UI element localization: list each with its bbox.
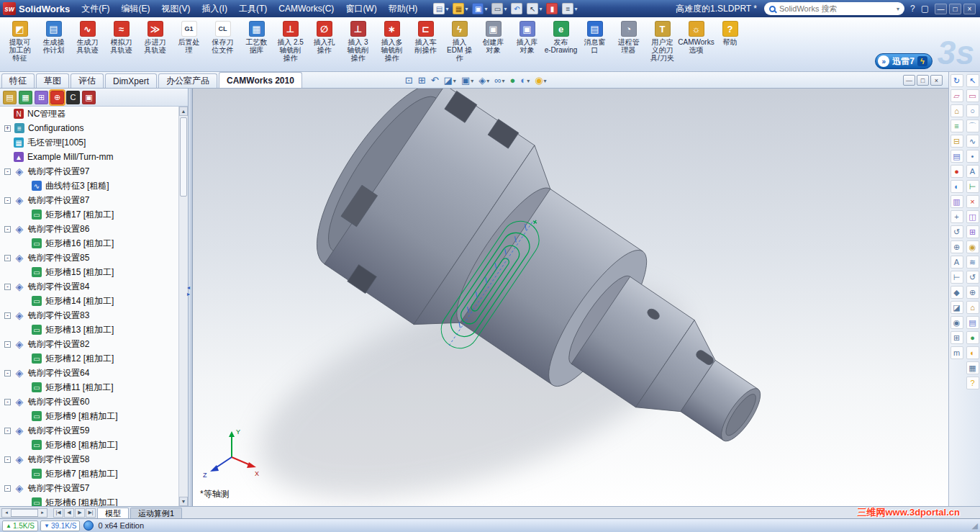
insert-library-object-button[interactable]: ▣插入库对象 — [510, 19, 544, 55]
tree-item[interactable]: ∿曲线特征3 [粗糙] — [0, 179, 178, 193]
fillet-icon[interactable]: ◉ — [966, 240, 979, 253]
model-tab-nav-button[interactable]: |◀ — [53, 508, 63, 518]
collapse-icon[interactable]: - — [4, 428, 11, 434]
collapse-icon[interactable]: - — [4, 456, 11, 463]
publish-edrawing-button[interactable]: e发布e-Drawing — [544, 19, 578, 55]
hide-show-items-dropdown-icon[interactable]: ▾ — [502, 78, 504, 84]
select-icon[interactable]: ↖ — [966, 74, 979, 87]
scene-icon[interactable]: ◐ — [950, 180, 963, 193]
new-document-button[interactable]: ▤▾ — [432, 2, 450, 15]
section-tool-icon[interactable]: ◪ — [950, 301, 963, 314]
collapse-icon[interactable]: - — [4, 197, 11, 204]
sketch-text-icon[interactable]: A — [966, 165, 979, 178]
fullscreen-icon[interactable]: ▢ — [921, 4, 929, 14]
tab-dimxpert[interactable]: DimXpert — [105, 73, 157, 88]
apply-scene-dropdown-icon[interactable]: ▾ — [527, 78, 530, 84]
view-settings-dropdown-icon[interactable]: ▾ — [544, 78, 547, 84]
menu-help[interactable]: 帮助(H) — [383, 1, 424, 17]
collapse-icon[interactable]: - — [4, 226, 11, 233]
mass-properties-icon[interactable]: ◆ — [950, 286, 963, 299]
resources-icon[interactable]: ⌂ — [966, 301, 979, 314]
view-orientation-dropdown-icon[interactable]: ▾ — [471, 78, 473, 84]
tree-item[interactable]: ▭矩形槽14 [粗加工] — [0, 294, 178, 308]
tab-model[interactable]: 模型 — [97, 508, 129, 518]
palette-icon[interactable]: ▤ — [966, 316, 979, 329]
hide-show-items-button[interactable]: ∞▾ — [492, 75, 507, 86]
tree-item[interactable]: ▲Example Mill/Turn-mm — [0, 150, 178, 164]
undo-button[interactable]: ↶ — [509, 2, 524, 15]
zoom-tool-icon[interactable]: ⊕ — [966, 286, 979, 299]
help-icon[interactable]: ? — [910, 4, 915, 14]
window-close-button[interactable]: × — [963, 4, 976, 14]
simulate-toolpath-button[interactable]: ≈模拟刀具轨迹 — [104, 19, 138, 55]
menu-edit[interactable]: 编辑(E) — [116, 1, 156, 17]
menu-window[interactable]: 窗口(W) — [340, 1, 382, 17]
camworks-operation-tree-tab-icon[interactable]: C — [66, 91, 80, 104]
property-manager-tab-icon[interactable]: ▦ — [19, 91, 32, 104]
menu-file[interactable]: 文件(F) — [76, 1, 115, 17]
hscroll-thumb[interactable] — [11, 509, 38, 517]
create-library-object-button[interactable]: ▣创建库对象 — [476, 19, 510, 55]
tree-item[interactable]: -◈铣削零件设置97 — [0, 164, 178, 179]
save-cl-file-button[interactable]: CL保存刀位文件 — [206, 19, 240, 55]
tree-item[interactable]: ▦毛坯管理[1005] — [0, 135, 178, 150]
annotation-icon[interactable]: A — [950, 256, 963, 269]
tree-item[interactable]: +≡Configurations — [0, 121, 178, 135]
zoom-icon[interactable]: ⊕ — [950, 240, 963, 253]
scroll-down-icon[interactable]: ▼ — [179, 497, 188, 506]
tree-item[interactable]: -◈铣削零件设置64 — [0, 366, 178, 380]
zoom-fit-button[interactable]: ⊡ — [403, 75, 415, 86]
display-pane-tab-icon[interactable]: ▣ — [82, 91, 96, 104]
search-input[interactable] — [779, 4, 897, 13]
tree-item[interactable]: ▭矩形槽13 [粗加工] — [0, 323, 178, 337]
grid-settings-icon[interactable]: ⊞ — [950, 331, 963, 344]
sketch-point-icon[interactable]: • — [966, 150, 979, 163]
message-window-button[interactable]: ▤消息窗口 — [578, 19, 612, 55]
tree-item[interactable]: ▭矩形槽12 [粗加工] — [0, 351, 178, 366]
camera-icon[interactable]: ◉ — [950, 316, 963, 329]
select-arrow-button[interactable]: ↖▾ — [525, 2, 543, 15]
new-document-dropdown-icon[interactable]: ▾ — [445, 6, 448, 12]
insert-edm-operation-button[interactable]: ϟ插入EDM 操作 — [443, 19, 476, 63]
offset-icon[interactable]: ≋ — [966, 256, 979, 269]
tree-item[interactable]: -◈铣削零件设置59 — [0, 423, 178, 438]
open-document-dropdown-icon[interactable]: ▾ — [465, 6, 468, 12]
design-library-icon[interactable]: ≡ — [950, 120, 963, 132]
tree-item[interactable]: -◈铣削零件设置87 — [0, 193, 178, 207]
custom-properties-icon[interactable]: ▥ — [950, 195, 963, 208]
tab-motion-study-1[interactable]: 运动算例1 — [130, 508, 182, 518]
insert-3-axis-mill-operation-button[interactable]: ⊥插入 3轴铣削操作 — [341, 19, 375, 63]
tree-item[interactable]: ▭矩形槽16 [粗加工] — [0, 236, 178, 251]
file-explorer-icon[interactable]: ⊟ — [950, 135, 963, 148]
expand-icon[interactable]: + — [4, 125, 11, 132]
toolbar-options-dropdown-icon[interactable]: ▾ — [574, 6, 577, 12]
pan-icon[interactable]: + — [950, 210, 963, 223]
print-dropdown-icon[interactable]: ▾ — [504, 6, 507, 12]
tree-item[interactable]: ▭矩形槽11 [粗加工] — [0, 380, 178, 395]
open-document-button[interactable]: ▦▾ — [451, 2, 469, 15]
eraser-icon[interactable]: ▱ — [950, 89, 963, 102]
view-palette-icon[interactable]: ▤ — [950, 150, 963, 163]
doc-minimize-button[interactable]: — — [903, 75, 915, 86]
tab-features[interactable]: 特征 — [1, 73, 35, 88]
menu-insert[interactable]: 插入(I) — [196, 1, 233, 17]
scroll-up-icon[interactable]: ▲ — [179, 107, 188, 116]
collapse-icon[interactable]: - — [4, 399, 11, 405]
search-dropdown-icon[interactable]: ▾ — [897, 6, 899, 12]
graphics-area[interactable]: Y X Z *等轴测 — [193, 89, 948, 506]
user-defined-tool-button[interactable]: T用户定义的刀具/刀夹 — [645, 19, 679, 63]
home-icon[interactable]: ⌂ — [950, 104, 963, 117]
sketch-spline-icon[interactable]: ∿ — [966, 135, 979, 148]
zoom-area-button[interactable]: ⊞ — [416, 75, 428, 86]
part-model[interactable] — [193, 89, 948, 506]
insert-turn-operation-button[interactable]: ⊏插入车削操作 — [409, 19, 443, 55]
hscroll-left-icon[interactable]: ◂ — [2, 509, 11, 517]
flip-pane-icon[interactable]: ↻ — [950, 74, 963, 87]
tree-item[interactable]: ▭矩形槽8 [粗精加工] — [0, 438, 178, 452]
collapse-icon[interactable]: - — [4, 370, 11, 377]
collapse-icon[interactable]: - — [4, 485, 11, 492]
tree-horizontal-scrollbar[interactable]: ◂ ▸ — [1, 508, 47, 518]
post-process-button[interactable]: G1后置处理 — [172, 19, 206, 55]
save-dropdown-icon[interactable]: ▾ — [484, 6, 487, 12]
step-through-toolpath-button[interactable]: ≫步进刀具轨迹 — [138, 19, 172, 55]
